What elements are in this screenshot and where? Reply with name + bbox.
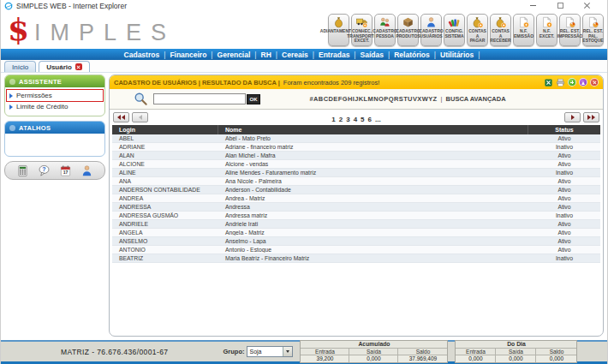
grupo-label: Grupo: bbox=[223, 348, 244, 355]
previous-page-button[interactable] bbox=[132, 112, 148, 122]
cell-nome: Antonio - Estoque bbox=[218, 247, 528, 253]
menu-item[interactable]: RH bbox=[261, 51, 283, 59]
menu-item[interactable]: Entradas bbox=[319, 51, 361, 59]
table-row[interactable]: ALINE Aline Mendes - Faturamento matriz … bbox=[112, 169, 600, 177]
document-plus-icon bbox=[540, 16, 553, 28]
dropdown-arrow-icon[interactable] bbox=[283, 347, 292, 356]
print-icon[interactable] bbox=[556, 78, 565, 87]
table-row[interactable]: ADRIANE Adriane - financeiro matriz Inat… bbox=[112, 143, 600, 152]
last-page-button[interactable] bbox=[583, 112, 599, 122]
tab-usuario[interactable]: Usuário bbox=[39, 61, 90, 72]
search-ok-button[interactable]: OK bbox=[247, 94, 260, 104]
menu-item[interactable]: Relatórios bbox=[394, 51, 440, 59]
page-number-link[interactable]: 6 bbox=[368, 116, 372, 123]
pagination-bar: 123456... bbox=[110, 110, 603, 125]
add-record-icon[interactable] bbox=[568, 78, 576, 87]
table-row[interactable]: ANSELMO Anselmo - Lapa Ativo bbox=[112, 237, 600, 246]
toolbar: ADIANTAMENTOS CONHEC. TRANSPORTE EXCET. … bbox=[328, 14, 604, 46]
table-row[interactable]: ALCIONE Alcione - vendas Ativo bbox=[112, 160, 600, 169]
report-pie-icon bbox=[587, 16, 599, 28]
cell-login: ANSELMO bbox=[112, 238, 218, 244]
table-row[interactable]: ANA Ana Nicole - Palmeira Ativo bbox=[112, 177, 600, 186]
cell-status: Inativo bbox=[528, 170, 600, 176]
toolbar-button-nf-emissao[interactable]: N.F. EMISSÃO bbox=[513, 14, 534, 46]
export-excel-icon[interactable] bbox=[544, 78, 553, 87]
cell-login: ANDREA bbox=[112, 195, 218, 201]
toolbar-button-cadastro-produtos[interactable]: CADASTRO PRODUTOS bbox=[397, 14, 419, 46]
page-number-link[interactable]: ... bbox=[375, 116, 381, 123]
table-row[interactable]: ABEL Abel - Mato Preto Ativo bbox=[112, 134, 600, 143]
table-row[interactable]: ANDREA Andrea - Matriz Ativo bbox=[112, 194, 600, 203]
cell-nome: Adriane - financeiro matriz bbox=[218, 144, 528, 150]
minimize-button[interactable] bbox=[528, 2, 537, 10]
toolbar-button-rel-est-estoque[interactable]: REL. EST. PAL. ESTOQUE bbox=[582, 14, 604, 46]
toolbar-button-rel-est-impressao[interactable]: REL. EST. IMPRESSÃO bbox=[559, 14, 581, 46]
menu-item[interactable]: Saídas bbox=[361, 51, 395, 59]
first-page-button[interactable] bbox=[113, 112, 129, 122]
user-profile-icon[interactable] bbox=[80, 164, 93, 177]
assistente-panel: ASSISTENTE Permissões Limite de Crédito bbox=[4, 75, 105, 116]
table-row[interactable]: ANDERSON CONTABILIDADE Anderson - Contab… bbox=[112, 186, 600, 194]
toolbar-button-cadastro-pessoa[interactable]: CADASTRO PESSOA bbox=[374, 14, 396, 46]
export-up-icon[interactable] bbox=[579, 78, 587, 87]
calculator-icon[interactable] bbox=[16, 164, 29, 177]
table-row[interactable]: ALAN Alan Michel - Mafra Ativo bbox=[112, 152, 600, 160]
cell-login: ANTONIO bbox=[112, 247, 218, 253]
column-header-login: Login bbox=[112, 125, 218, 134]
toolbar-button-contas-a-pagar[interactable]: CONTAS A PAGAR bbox=[467, 14, 488, 46]
page-number-link[interactable]: 3 bbox=[346, 116, 349, 123]
cell-status: Inativo bbox=[528, 212, 600, 218]
menu-item[interactable]: Cadastros bbox=[124, 51, 170, 59]
sidebar-item-permissoes[interactable]: Permissões bbox=[7, 90, 103, 101]
maximize-button[interactable] bbox=[556, 2, 564, 10]
browser-window: SIMPLES WEB - Internet Explorer $ IMPLES… bbox=[0, 0, 608, 364]
toolbar-button-cadastro-usuarios[interactable]: CADASTRO USUÁRIOS bbox=[420, 14, 442, 46]
status-bar: MATRIZ - 76.676.436/0001-67 Grupo: Soja … bbox=[1, 340, 607, 364]
results-header-bar: CADASTRO DE USUÁRIOS | RESULTADO DA BUSC… bbox=[110, 75, 603, 89]
tab-inicio[interactable]: Início bbox=[4, 61, 36, 72]
help-icon[interactable] bbox=[38, 164, 51, 177]
alphabet-filter[interactable]: #ABCDEFGHIJKLMNOPQRSTUVXWYZ bbox=[309, 95, 437, 103]
sidebar-item-limite-de-credito[interactable]: Limite de Crédito bbox=[7, 101, 103, 112]
search-input[interactable] bbox=[153, 93, 246, 104]
money-bag-plus-icon bbox=[494, 16, 507, 28]
grupo-select[interactable]: Soja bbox=[247, 346, 293, 357]
page-number-link[interactable]: 1 bbox=[331, 116, 335, 123]
close-tab-icon[interactable] bbox=[75, 63, 82, 70]
cell-nome: Andressa bbox=[218, 204, 528, 210]
cell-status: Inativo bbox=[528, 255, 600, 261]
page-number-link[interactable]: 4 bbox=[354, 116, 357, 123]
arrow-bullet-icon bbox=[9, 93, 13, 98]
page-number-link[interactable]: 2 bbox=[339, 116, 343, 123]
table-row[interactable]: ANDRIELE Andriele Irati Ativo bbox=[112, 220, 600, 229]
table-row[interactable]: ANDRESSA GUSMÃO Andressa matriz Inativo bbox=[112, 212, 600, 220]
table-row[interactable]: BEATRIZ Maria Beatriz - Financeiro Matri… bbox=[112, 254, 600, 263]
acumulado-entrada: 39,200 bbox=[301, 355, 349, 362]
money-bag-plus-icon bbox=[471, 16, 484, 28]
toolbar-button-conhec-transporte[interactable]: CONHEC. TRANSPORTE EXCET. bbox=[351, 14, 373, 46]
menu-item[interactable]: Gerencial bbox=[218, 51, 261, 59]
menu-item[interactable]: Financeiro bbox=[170, 51, 217, 59]
table-row[interactable]: ANDRESSA Andressa Ativo bbox=[112, 203, 600, 212]
menu-item[interactable]: Utilitários bbox=[440, 51, 484, 59]
atalhos-header: ATALHOS bbox=[5, 122, 104, 134]
tab-bar: Início Usuário bbox=[1, 60, 607, 73]
close-panel-icon[interactable] bbox=[590, 78, 599, 87]
toolbar-button-config-sistema[interactable]: CONFIG. SISTEMA bbox=[444, 14, 465, 46]
column-header-status: Status bbox=[528, 125, 600, 134]
close-window-button[interactable] bbox=[583, 2, 592, 10]
calendar-icon[interactable] bbox=[59, 164, 72, 177]
cell-login: BEATRIZ bbox=[112, 255, 218, 261]
document-plus-icon bbox=[517, 16, 530, 28]
page-number-link[interactable]: 5 bbox=[361, 116, 364, 123]
toolbar-button-nf-excet[interactable]: N.F. EXCET. bbox=[536, 14, 557, 46]
money-bag-icon bbox=[332, 16, 345, 28]
toolbar-button-contas-a-receber[interactable]: CONTAS A RECEBER bbox=[490, 14, 511, 46]
advanced-search-link[interactable]: BUSCA AVANÇADA bbox=[446, 95, 506, 103]
table-row[interactable]: ANGELA Angela - Matriz Ativo bbox=[112, 229, 600, 237]
next-page-button[interactable] bbox=[564, 112, 581, 122]
internet-explorer-icon bbox=[4, 2, 13, 10]
menu-item[interactable]: Cereais bbox=[282, 51, 319, 59]
atalhos-panel: ATALHOS bbox=[4, 121, 105, 157]
table-row[interactable]: ANTONIO Antonio - Estoque Ativo bbox=[112, 246, 600, 254]
